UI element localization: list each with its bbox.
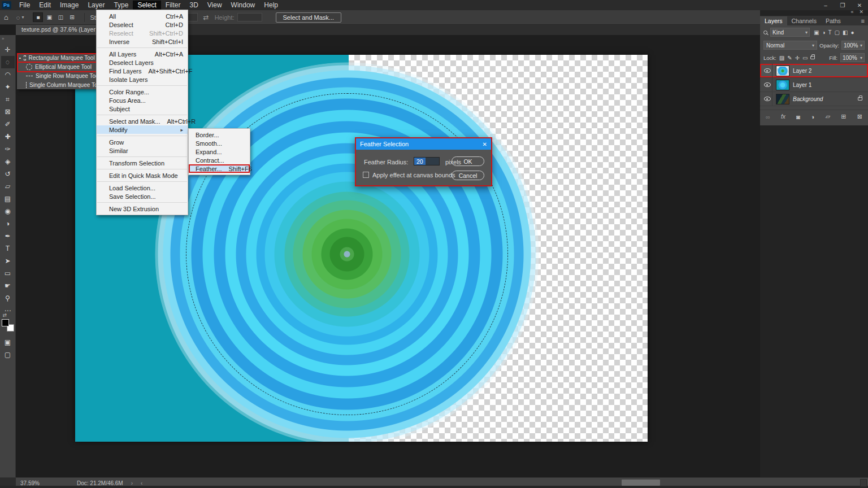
menu-file[interactable]: File	[15, 1, 34, 10]
menu-item-inverse[interactable]: InverseShift+Ctrl+I	[97, 37, 188, 46]
tool-preset-picker[interactable]: ◌ ▾	[13, 13, 28, 22]
intersect-selection-button[interactable]: ⊞	[67, 12, 77, 22]
flyout-item-single-row-marquee-tool[interactable]: Single Row Marquee Tool	[17, 71, 106, 80]
menu-item-all-layers[interactable]: All LayersAlt+Ctrl+A	[97, 50, 188, 58]
delete-layer-icon[interactable]: ⊠	[857, 113, 862, 120]
menu-item-deselect-layers[interactable]: Deselect Layers	[97, 58, 188, 67]
menu-item-modify[interactable]: Modify▸	[97, 125, 188, 134]
pen-tool[interactable]: ✒	[1, 230, 15, 242]
marquee-tool[interactable]: ◌	[1, 56, 15, 68]
visibility-cell[interactable]	[762, 64, 772, 77]
cancel-button[interactable]: Cancel	[452, 171, 484, 180]
magic-wand-tool[interactable]: ✦	[1, 81, 15, 93]
hand-tool[interactable]: ☛	[1, 280, 15, 292]
feather-radius-input[interactable]: 20	[414, 157, 440, 165]
restore-button[interactable]: ❐	[834, 2, 851, 8]
layer-thumbnail[interactable]	[776, 66, 789, 76]
menu-item-select-and-mask[interactable]: Select and Mask...Alt+Ctrl+R	[97, 117, 188, 125]
menu-3d[interactable]: 3D	[185, 1, 202, 10]
layer-effects-icon[interactable]: fx	[781, 114, 785, 120]
flyout-item-rectangular-marquee-tool[interactable]: •Rectangular Marquee ToolM	[17, 53, 106, 62]
path-select-tool[interactable]: ➤	[1, 255, 15, 267]
filter-adjustment-layers-icon[interactable]: ◑	[822, 29, 825, 36]
menu-type[interactable]: Type	[109, 1, 133, 10]
submenu-item-smooth[interactable]: Smooth...	[189, 139, 250, 147]
horizontal-scrollbar-thumb[interactable]	[622, 480, 660, 486]
visibility-cell[interactable]	[762, 92, 772, 106]
menu-item-all[interactable]: AllCtrl+A	[97, 12, 188, 20]
resize-corner[interactable]	[860, 479, 867, 487]
menu-item-focus-area[interactable]: Focus Area...	[97, 96, 188, 104]
lock-position-icon[interactable]: ✛	[795, 55, 800, 61]
link-layers-icon[interactable]: ∞	[766, 114, 770, 120]
history-brush-tool[interactable]: ↺	[1, 168, 15, 180]
clone-stamp-tool[interactable]: ◈	[1, 155, 15, 168]
gradient-tool[interactable]: ▤	[1, 193, 15, 205]
menu-item-deselect[interactable]: DeselectCtrl+D	[97, 20, 188, 29]
layer-row-layer-2[interactable]: Layer 2	[760, 64, 868, 78]
menu-item-similar[interactable]: Similar	[97, 146, 188, 155]
toolbar-collapse-icon[interactable]: »	[2, 35, 4, 43]
menu-select[interactable]: Select	[133, 1, 160, 10]
layer-thumbnail[interactable]	[776, 80, 789, 90]
dialog-close-icon[interactable]: ✕	[483, 141, 487, 147]
minimize-button[interactable]: –	[817, 2, 834, 8]
menu-filter[interactable]: Filter	[161, 1, 185, 10]
move-tool[interactable]: ✛	[1, 43, 15, 56]
adjustment-layer-icon[interactable]: ◑	[811, 114, 815, 120]
home-icon[interactable]: ⌂	[4, 13, 8, 21]
submenu-item-feather[interactable]: Feather...Shift+F6	[189, 164, 250, 173]
menu-item-transform-selection[interactable]: Transform Selection	[97, 159, 188, 167]
lock-transparency-icon[interactable]: ▨	[779, 55, 784, 61]
filter-pixel-layers-icon[interactable]: ▣	[814, 29, 819, 36]
eyedropper-tool[interactable]: ✐	[1, 118, 15, 130]
close-button[interactable]: ✕	[851, 2, 868, 8]
dodge-tool[interactable]: ◑	[1, 217, 15, 230]
submenu-item-expand[interactable]: Expand...	[189, 147, 250, 156]
swap-colors-icon[interactable]: ⇄	[3, 312, 7, 318]
menu-item-find-layers[interactable]: Find LayersAlt+Shift+Ctrl+F	[97, 67, 188, 75]
tab-layers[interactable]: Layers	[760, 16, 787, 25]
menu-item-color-range[interactable]: Color Range...	[97, 88, 188, 96]
blur-tool[interactable]: ◉	[1, 205, 15, 217]
menu-window[interactable]: Window	[227, 1, 260, 10]
filter-shape-layers-icon[interactable]: ▢	[835, 29, 840, 36]
menu-edit[interactable]: Edit	[34, 1, 55, 10]
flyout-item-elliptical-marquee-tool[interactable]: Elliptical Marquee ToolM	[17, 62, 106, 71]
new-group-icon[interactable]: ▱	[826, 113, 830, 120]
lasso-tool[interactable]: ◠	[1, 68, 15, 81]
filter-smart-objects-icon[interactable]: ◧	[843, 29, 848, 36]
blend-mode-dropdown[interactable]: Normal▾	[763, 41, 817, 50]
dialog-title-bar[interactable]: Feather Selection ✕	[356, 138, 491, 150]
filter-toggle-icon[interactable]: ●	[851, 29, 854, 36]
submenu-item-border[interactable]: Border...	[189, 130, 250, 139]
crop-tool[interactable]: ⌗	[1, 93, 15, 106]
select-and-mask-button[interactable]: Select and Mask...	[276, 12, 342, 23]
quick-mask-button[interactable]: ▣	[1, 336, 15, 348]
kind-filter-dropdown[interactable]: Kind▾	[770, 28, 810, 37]
slice-tool[interactable]: ⊠	[1, 106, 15, 118]
layer-mask-icon[interactable]: ◙	[796, 114, 800, 120]
zoom-level[interactable]: 37.59%	[20, 480, 54, 486]
opacity-dropdown[interactable]: 100%▾	[841, 41, 865, 50]
menu-view[interactable]: View	[203, 1, 227, 10]
menu-help[interactable]: Help	[259, 1, 283, 10]
zoom-tool[interactable]: ⚲	[1, 292, 15, 304]
new-layer-icon[interactable]: ⊞	[841, 113, 846, 120]
tab-channels[interactable]: Channels	[787, 16, 821, 25]
menu-item-load-selection[interactable]: Load Selection...	[97, 184, 188, 192]
menu-item-isolate-layers[interactable]: Isolate Layers	[97, 75, 188, 84]
panel-menu-icon[interactable]: ≡	[858, 18, 868, 25]
height-input[interactable]	[237, 13, 262, 21]
brush-tool[interactable]: ✑	[1, 143, 15, 155]
type-tool[interactable]: T	[1, 242, 15, 255]
menu-item-subject[interactable]: Subject	[97, 104, 188, 113]
lock-artboard-icon[interactable]: ▭	[802, 55, 808, 61]
menu-item-new-3d-extrusion[interactable]: New 3D Extrusion	[97, 204, 188, 213]
visibility-cell[interactable]	[762, 78, 772, 91]
submenu-item-contract[interactable]: Contract...	[189, 156, 250, 164]
menu-layer[interactable]: Layer	[83, 1, 109, 10]
new-selection-button[interactable]: ■	[33, 12, 43, 22]
fill-dropdown[interactable]: 100%▾	[840, 53, 865, 62]
shape-tool[interactable]: ▭	[1, 267, 15, 280]
